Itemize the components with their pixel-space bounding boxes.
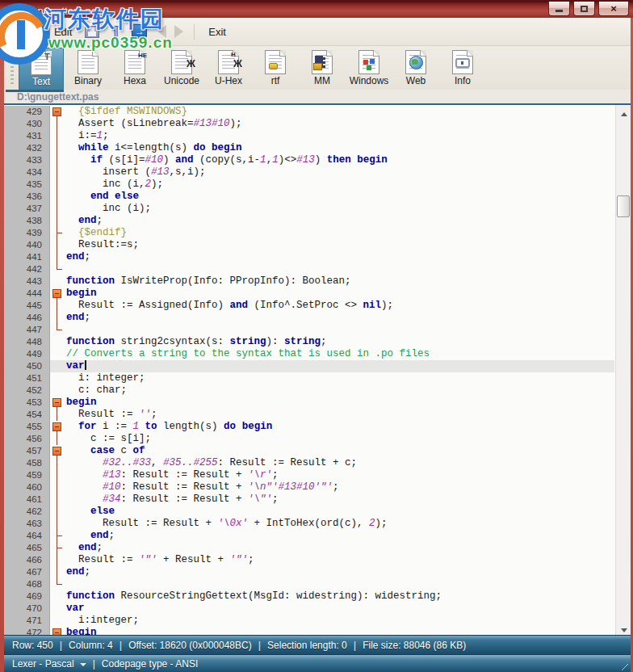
code-text[interactable] [65,324,614,336]
code-text[interactable]: {$endif} [65,227,614,239]
code-text[interactable]: i:=1; [65,130,614,142]
code-text[interactable]: #10: Result := Result + '\n"'#13#10'"'; [65,481,614,494]
code-text[interactable] [65,578,614,590]
toolbar-button-unicode[interactable]: Unicode [159,48,204,90]
maximize-button[interactable] [573,2,595,16]
code-text[interactable]: begin [65,288,614,300]
toolbar-button-mm[interactable]: MM [300,48,345,90]
code-text[interactable]: case c of [65,445,614,457]
fold-margin [50,348,65,360]
toolbar-button-binary[interactable]: Binary [65,48,111,90]
code-text[interactable]: function string2csyntax(s: string): stri… [65,336,614,348]
uhex-doc-icon [218,50,239,74]
code-text[interactable]: else [65,506,614,518]
fold-toggle-icon[interactable] [52,398,61,407]
scroll-up-icon [621,112,627,116]
code-text[interactable] [65,263,614,275]
menu-exit[interactable]: Exit [201,23,233,41]
code-line: 449// Converts a string to the syntax th… [4,348,614,360]
back-arrow-icon[interactable] [157,25,166,38]
line-number: 471 [4,615,50,627]
code-text[interactable]: Assert (sLinebreak=#13#10); [65,118,614,130]
code-text[interactable]: {$ifdef MSWINDOWS} [65,106,614,118]
code-text[interactable]: #13: Result := Result + '\r'; [65,469,614,481]
code-text[interactable]: end; [65,312,614,324]
toolbar-button-rtf[interactable]: rtf [253,48,298,90]
code-text[interactable]: Result := Result + '\0x' + IntToHex(ord(… [65,518,614,530]
code-text[interactable]: end; [65,566,614,578]
file-path: D:\gnugettext.pas [17,91,99,103]
code-text[interactable]: #32..#33, #35..#255: Result := Result + … [65,457,614,469]
code-text[interactable]: var [65,360,614,372]
scroll-down-button[interactable] [616,621,631,635]
toolbar-button-windows[interactable]: Windows [346,48,392,90]
code-line: 459 #13: Result := Result + '\r'; [4,469,614,481]
code-text[interactable]: function IsWriteProp(Info: PPropInfo): B… [65,275,614,288]
code-text[interactable]: inc (i,2); [65,178,614,191]
code-text[interactable]: end; [65,530,614,542]
toolbar-button-web[interactable]: Web [393,48,438,90]
fold-margin [50,142,65,154]
code-text[interactable]: insert (#13,s,i); [65,166,614,178]
fold-margin [50,336,65,348]
scroll-up-button[interactable] [616,105,631,119]
close-button[interactable]: × [598,2,629,16]
code-text[interactable]: Result := '"' + Result + '"'; [65,554,614,566]
toolbar-button-hexa[interactable]: Hexa [112,48,157,90]
code-text[interactable]: var [65,603,614,615]
lexer-dropdown-icon[interactable] [80,663,86,666]
code-text[interactable]: Result := ''; [65,409,614,421]
menu-edit[interactable]: Edit [47,23,79,41]
code-text[interactable]: // Converts a string to the syntax that … [65,348,614,360]
pilcrow-icon[interactable]: ¶ [111,24,119,39]
fold-toggle-icon[interactable] [52,422,61,431]
code-text[interactable]: begin [65,627,614,635]
code-text[interactable]: #34: Result := Result + '\"'; [65,494,614,506]
code-editor[interactable]: 429 {$ifdef MSWINDOWS}430 Assert (sLineb… [4,105,631,635]
fold-toggle-icon[interactable] [52,289,61,298]
code-text[interactable]: function ResourceStringGettext(MsgId: wi… [65,590,614,603]
code-text[interactable]: while i<=length(s) do begin [65,142,614,154]
code-text[interactable]: inc (i); [65,203,614,215]
fold-margin [50,627,65,635]
code-text[interactable]: end; [65,251,614,263]
code-text[interactable]: end; [65,542,614,554]
toolbar-button-text[interactable]: Text [19,48,64,90]
code-text[interactable]: Result := Assigned(Info) and (Info^.SetP… [65,300,614,312]
minimize-button[interactable] [548,2,570,16]
code-text[interactable]: begin [65,397,614,409]
fold-margin [50,481,65,494]
vertical-scrollbar[interactable] [615,105,631,635]
resize-grip[interactable] [616,658,628,670]
fold-margin [50,360,65,372]
line-number: 465 [4,542,50,554]
menu-file[interactable]: File [15,23,47,41]
code-line: 443function IsWriteProp(Info: PPropInfo)… [4,275,614,288]
code-text[interactable]: i: integer; [65,372,614,384]
fold-toggle-icon[interactable] [52,628,61,635]
web-doc-icon [405,50,426,74]
code-text[interactable]: c: char; [65,384,614,397]
forward-arrow-icon[interactable] [174,25,183,38]
toolbar-button-info[interactable]: Info [440,48,485,90]
code-text[interactable]: c := s[i]; [65,433,614,445]
fold-margin [50,203,65,215]
menu-separator [194,24,195,40]
goto-icon[interactable]: → [132,24,147,39]
toolbar-button-u-hex[interactable]: U-Hex [206,48,251,90]
fold-toggle-icon[interactable] [52,447,61,456]
save-icon[interactable] [85,26,99,38]
title-bar: gnugettext.pas × [0,0,633,18]
minimize-icon [555,10,563,12]
lexer-label[interactable]: Lexer - Pascal [12,658,74,670]
code-text[interactable]: for i := 1 to length(s) do begin [65,421,614,433]
scrollbar-thumb[interactable] [617,195,630,217]
toolbar-gripper[interactable] [10,50,14,86]
fold-toggle-icon[interactable] [52,107,61,116]
code-text[interactable]: end else [65,191,614,203]
code-text[interactable]: if (s[i]=#10) and (copy(s,i-1,1)<>#13) t… [65,154,614,166]
code-text[interactable]: Result:=s; [65,239,614,251]
code-text[interactable]: i:integer; [65,615,614,627]
code-text[interactable]: end; [65,215,614,227]
unicode-doc-icon [171,50,192,74]
